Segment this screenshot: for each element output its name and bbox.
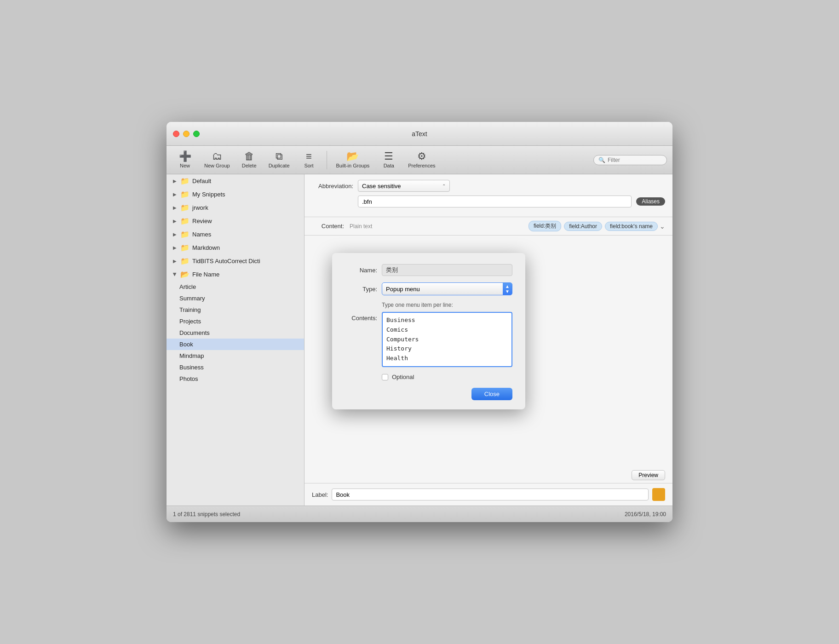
sidebar-item-label: jrwork bbox=[192, 204, 208, 211]
modal-name-value: 类别 bbox=[382, 264, 512, 276]
abbreviation-dropdown[interactable]: Case sensitive ⌃ bbox=[358, 180, 450, 192]
toolbar: ➕ New 🗂 New Group 🗑 Delete ⧉ Duplicate ≡… bbox=[167, 146, 672, 174]
sidebar-item-photos[interactable]: Photos bbox=[167, 373, 304, 385]
sidebar-item-business[interactable]: Business bbox=[167, 362, 304, 373]
sidebar-item-names[interactable]: ▶ 📁 Names bbox=[167, 228, 304, 241]
modal-dialog: Name: 类别 Type: Popup menu ▲▼ Type one me… bbox=[332, 253, 525, 409]
folder-icon: 📁 bbox=[180, 257, 190, 265]
optional-label: Optional bbox=[392, 374, 414, 380]
modal-type-row: Type: Popup menu ▲▼ bbox=[345, 282, 512, 295]
filter-box[interactable]: 🔍 bbox=[593, 155, 667, 165]
sidebar-item-tidbits[interactable]: ▶ 📁 TidBITS AutoCorrect Dicti bbox=[167, 254, 304, 268]
content-label: Content: bbox=[312, 223, 344, 230]
data-label: Data bbox=[384, 163, 394, 168]
sidebar-item-documents[interactable]: Documents bbox=[167, 327, 304, 339]
preferences-icon: ⚙ bbox=[417, 151, 426, 161]
aliases-button[interactable]: Aliases bbox=[636, 197, 665, 206]
label-input[interactable] bbox=[332, 489, 649, 500]
sidebar-item-book[interactable]: Book bbox=[167, 339, 304, 350]
statusbar-right: 2016/5/18, 19:00 bbox=[625, 511, 666, 518]
folder-icon: 📁 bbox=[180, 190, 190, 199]
window-title: aText bbox=[412, 130, 427, 138]
modal-type-select[interactable]: Popup menu ▲▼ bbox=[382, 282, 512, 295]
duplicate-button[interactable]: ⧉ Duplicate bbox=[264, 150, 294, 170]
delete-label: Delete bbox=[242, 163, 257, 168]
sort-label: Sort bbox=[304, 163, 313, 168]
modal-hint: Type one menu item per line: bbox=[382, 302, 512, 308]
abbreviation-section: Abbreviation: Case sensitive ⌃ Aliases bbox=[305, 174, 672, 217]
sidebar-item-projects[interactable]: Projects bbox=[167, 316, 304, 327]
sidebar-item-article[interactable]: Article bbox=[167, 281, 304, 293]
sort-icon: ≡ bbox=[306, 151, 312, 161]
sidebar-item-label: Mindmap bbox=[179, 352, 204, 359]
modal-optional-row: Optional bbox=[382, 374, 512, 380]
delete-button[interactable]: 🗑 Delete bbox=[236, 150, 262, 170]
modal-type-label: Type: bbox=[345, 286, 377, 293]
sidebar-item-default[interactable]: ▶ 📁 Default bbox=[167, 174, 304, 188]
sort-button[interactable]: ≡ Sort bbox=[296, 150, 322, 170]
sidebar-item-label: Photos bbox=[179, 375, 198, 382]
preferences-button[interactable]: ⚙ Preferences bbox=[403, 150, 440, 170]
delete-icon: 🗑 bbox=[244, 151, 254, 161]
folder-icon: 📁 bbox=[180, 217, 190, 225]
label-row: Label: bbox=[305, 483, 672, 506]
abbreviation-dropdown-value: Case sensitive bbox=[362, 183, 401, 190]
plain-text-label: Plain text bbox=[350, 223, 372, 230]
folder-icon: 📁 bbox=[180, 243, 190, 252]
label-color-swatch[interactable] bbox=[652, 488, 665, 501]
field-tag-1[interactable]: field:Author bbox=[564, 222, 602, 231]
chevron-icon: ▶ bbox=[173, 259, 177, 264]
content-expand-icon[interactable]: ⌄ bbox=[660, 223, 665, 230]
modal-name-label: Name: bbox=[345, 267, 377, 274]
modal-type-value: Popup menu bbox=[386, 286, 420, 293]
chevron-icon: ▶ bbox=[173, 245, 177, 250]
maximize-button[interactable] bbox=[193, 131, 200, 137]
close-button[interactable] bbox=[173, 131, 179, 137]
chevron-down-icon: ⌃ bbox=[442, 184, 446, 189]
chevron-icon: ▶ bbox=[173, 178, 177, 184]
modal-footer: Close bbox=[345, 388, 512, 400]
sidebar-item-label: Default bbox=[192, 178, 211, 184]
sidebar-item-review[interactable]: ▶ 📁 Review bbox=[167, 214, 304, 228]
built-in-groups-icon: 📂 bbox=[346, 151, 359, 161]
statusbar-left: 1 of 2811 snippets selected bbox=[173, 511, 240, 518]
sidebar-item-my-snippets[interactable]: ▶ 📁 My Snippets bbox=[167, 188, 304, 201]
modal-contents-textarea[interactable]: Business Comics Computers History Health bbox=[382, 312, 512, 367]
sidebar-item-label: Documents bbox=[179, 329, 210, 336]
abbreviation-input[interactable] bbox=[358, 196, 632, 207]
new-group-button[interactable]: 🗂 New Group bbox=[200, 150, 235, 170]
abbreviation-value-row: Aliases bbox=[312, 196, 665, 207]
field-tag-0[interactable]: field:类别 bbox=[529, 221, 561, 231]
sidebar-item-jrwork[interactable]: ▶ 📁 jrwork bbox=[167, 201, 304, 214]
sidebar-item-label: My Snippets bbox=[192, 191, 225, 198]
filter-input[interactable] bbox=[608, 157, 663, 163]
sidebar-item-label: Book bbox=[179, 341, 193, 348]
sidebar-item-summary[interactable]: Summary bbox=[167, 293, 304, 304]
new-group-icon: 🗂 bbox=[212, 151, 222, 161]
sidebar-item-training[interactable]: Training bbox=[167, 304, 304, 316]
sidebar-item-label: Business bbox=[179, 364, 204, 371]
built-in-groups-label: Built-in Groups bbox=[336, 163, 370, 168]
folder-open-icon: 📂 bbox=[180, 270, 190, 279]
data-button[interactable]: ☰ Data bbox=[376, 150, 402, 170]
preview-row: Preview bbox=[305, 467, 672, 483]
chevron-open-icon: ▶ bbox=[172, 273, 178, 276]
sidebar-item-markdown[interactable]: ▶ 📁 Markdown bbox=[167, 241, 304, 254]
new-button[interactable]: ➕ New bbox=[172, 150, 198, 170]
preview-button[interactable]: Preview bbox=[632, 470, 665, 480]
window-controls bbox=[173, 131, 200, 137]
field-tag-2[interactable]: field:book's name bbox=[605, 222, 658, 231]
preferences-label: Preferences bbox=[408, 163, 435, 168]
built-in-groups-button[interactable]: 📂 Built-in Groups bbox=[332, 150, 374, 170]
optional-checkbox[interactable] bbox=[382, 374, 388, 380]
titlebar: aText bbox=[167, 122, 672, 146]
modal-contents-label: Contents: bbox=[345, 312, 377, 322]
modal-close-button[interactable]: Close bbox=[471, 388, 512, 400]
sidebar-item-label: Names bbox=[192, 231, 211, 238]
sidebar-item-file-name[interactable]: ▶ 📂 File Name bbox=[167, 268, 304, 281]
sidebar-item-mindmap[interactable]: Mindmap bbox=[167, 350, 304, 362]
chevron-icon: ▶ bbox=[173, 218, 177, 224]
minimize-button[interactable] bbox=[183, 131, 190, 137]
chevron-icon: ▶ bbox=[173, 205, 177, 210]
new-icon: ➕ bbox=[179, 151, 191, 161]
